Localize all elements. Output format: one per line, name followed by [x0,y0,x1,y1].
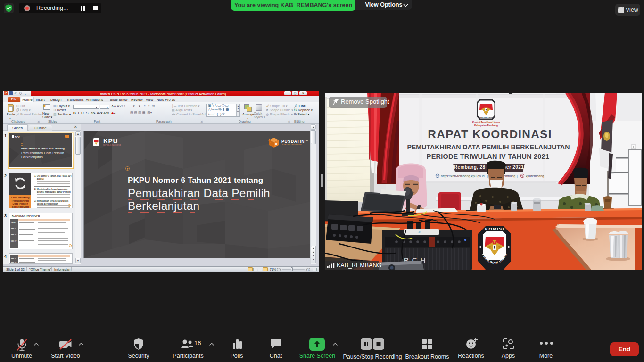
svg-text:PEMUTAKHIRAN DATA PEMILIH BERK: PEMUTAKHIRAN DATA PEMILIH BERKELANJUTAN [407,143,570,151]
svg-text:|: | [487,174,488,178]
svg-text:kpurembang: kpurembang [526,174,544,178]
svg-text:|: | [517,174,518,178]
svg-text:KOMISI: KOMISI [481,101,490,103]
svg-text:PERIODE TRIWULAN IV TAHUN 2021: PERIODE TRIWULAN IV TAHUN 2021 [427,153,549,160]
svg-text:RAPAT KOORDINASI: RAPAT KOORDINASI [428,128,552,140]
svg-text:PEMILIHAN UMUM: PEMILIHAN UMUM [479,117,493,119]
svg-text:https://kab-rembang.kpu.go.id: https://kab-rembang.kpu.go.id [441,174,485,178]
svg-text:Komisi Pemilihan Umum: Komisi Pemilihan Umum [472,121,500,123]
svg-text:KOMISI: KOMISI [485,226,504,231]
svg-text:J!: J! [418,230,421,234]
svg-text:Kabupaten Rembang: Kabupaten Rembang [474,124,498,127]
